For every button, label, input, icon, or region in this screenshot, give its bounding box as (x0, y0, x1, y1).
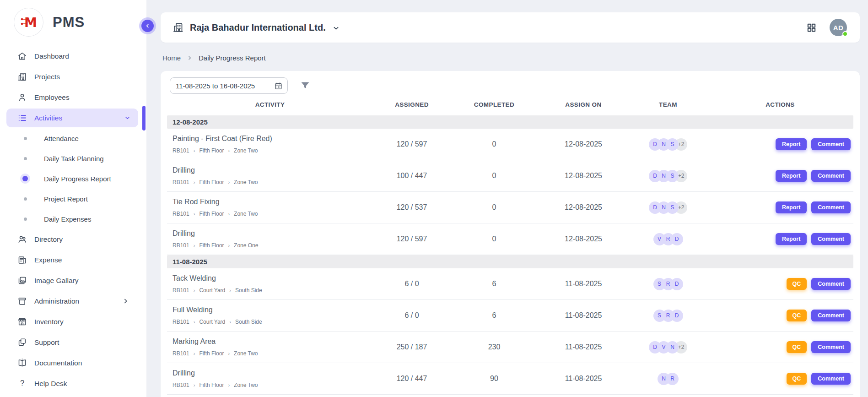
completed-value: 230 (451, 343, 538, 351)
filter-row: 11-08-2025 to 16-08-2025 (170, 77, 853, 94)
qc-button[interactable]: QC (787, 278, 807, 290)
archive-icon (17, 296, 27, 306)
comment-button[interactable]: Comment (811, 170, 851, 182)
report-button[interactable]: Report (776, 170, 807, 182)
sidebar-item-inventory[interactable]: Inventory (0, 311, 146, 332)
completed-value: 0 (451, 172, 538, 180)
sidebar-subitem-attendance[interactable]: Attendance (0, 128, 146, 148)
sidebar-item-projects[interactable]: Projects (0, 66, 146, 87)
team-avatar[interactable]: S (653, 278, 666, 290)
header-right: AD (806, 19, 847, 36)
comment-button[interactable]: Comment (811, 341, 851, 353)
path-separator-icon: › (194, 288, 195, 293)
comment-button[interactable]: Comment (811, 310, 851, 321)
report-button[interactable]: Report (776, 138, 807, 150)
comment-button[interactable]: Comment (811, 373, 851, 385)
team-avatars: DNS+2 (629, 138, 707, 151)
path-segment: Fifth Floor (199, 211, 224, 217)
report-button[interactable]: Report (776, 233, 807, 245)
comment-button[interactable]: Comment (811, 278, 851, 290)
filter-funnel-icon[interactable] (300, 80, 311, 91)
sidebar-item-employees[interactable]: Employees (0, 87, 146, 108)
apps-grid-icon[interactable] (806, 22, 817, 33)
team-avatar[interactable]: V (653, 233, 666, 245)
activity-title: Marking Area (173, 337, 373, 346)
path-segment: RB101 (173, 147, 189, 154)
completed-value: 6 (451, 280, 538, 288)
comment-button[interactable]: Comment (811, 233, 851, 245)
row-actions: QCComment (707, 341, 853, 353)
qc-button[interactable]: QC (787, 310, 807, 321)
path-separator-icon: › (228, 211, 230, 217)
sidebar-item-administration[interactable]: Administration (0, 291, 146, 311)
date-range-input[interactable]: 11-08-2025 to 16-08-2025 (170, 77, 288, 94)
path-segment: Zone Two (234, 382, 258, 388)
qc-button[interactable]: QC (787, 341, 807, 353)
sidebar-item-help-desk[interactable]: ? Help Desk (0, 373, 146, 394)
path-segment: RB101 (173, 350, 189, 357)
assign-on-value: 12-08-2025 (538, 140, 629, 148)
path-segment: RB101 (173, 382, 189, 388)
row-actions: QCComment (707, 373, 853, 385)
path-separator-icon: › (228, 382, 230, 388)
team-avatar[interactable]: D (649, 170, 661, 182)
activity-path: RB101›Court Yard›South Side (173, 319, 373, 325)
sidebar-item-label: Help Desk (34, 380, 67, 388)
sidebar-item-support[interactable]: Support (0, 332, 146, 353)
sidebar-item-label: Administration (34, 297, 79, 305)
date-group-header: 11-08-2025 (167, 255, 853, 268)
sidebar-collapse-button[interactable] (141, 20, 154, 32)
sidebar-item-label: Activities (34, 114, 62, 122)
path-segment: RB101 (173, 242, 189, 249)
sidebar-subitem-project-report[interactable]: Project Report (0, 189, 146, 209)
company-selector[interactable]: Raja Bahadur International Ltd. (173, 22, 340, 33)
path-separator-icon: › (194, 319, 195, 325)
sidebar-item-directory[interactable]: Directory (0, 229, 146, 250)
breadcrumb-item-home[interactable]: Home (162, 54, 181, 62)
path-segment: Zone Two (234, 147, 258, 154)
user-avatar[interactable]: AD (830, 19, 847, 36)
team-avatar[interactable]: D (649, 138, 661, 151)
activity-cell: Painting - First Coat (Fire Red) RB101›F… (167, 135, 373, 154)
team-avatar[interactable]: S (653, 310, 666, 322)
comment-button[interactable]: Comment (811, 201, 851, 213)
sidebar: M PMS Dashboard Projects Employees Activ… (0, 0, 146, 397)
report-button[interactable]: Report (776, 201, 807, 213)
activity-cell: Full Welding RB101›Court Yard›South Side (167, 306, 373, 325)
sidebar-subitem-daily-expenses[interactable]: Daily Expenses (0, 209, 146, 229)
column-header-actions: ACTIONS (707, 101, 853, 115)
sidebar-item-documentation[interactable]: Documentation (0, 353, 146, 373)
gallery-icon (17, 276, 27, 285)
sidebar-subitem-daily-task-planning[interactable]: Daily Task Planning (0, 148, 146, 169)
activity-title: Drilling (173, 166, 373, 174)
sidebar-item-expense[interactable]: Expense (0, 250, 146, 270)
qc-button[interactable]: QC (787, 373, 807, 385)
breadcrumb-item-daily-progress-report: Daily Progress Report (199, 54, 266, 62)
path-segment: Court Yard (199, 287, 225, 294)
sidebar-subitem-daily-progress-report[interactable]: Daily Progress Report (0, 169, 146, 189)
table-row: Tack Welding RB101›Court Yard›South Side… (167, 268, 853, 300)
activity-cell: Drilling RB101›Fifth Floor›Zone One (167, 229, 373, 249)
bullet-icon (22, 176, 28, 181)
completed-value: 0 (451, 203, 538, 212)
path-segment: South Side (235, 287, 262, 294)
assigned-value: 100 / 447 (373, 172, 451, 180)
assign-on-value: 12-08-2025 (538, 172, 629, 180)
assigned-value: 6 / 0 (373, 311, 451, 320)
building-icon (173, 22, 183, 33)
sidebar-nav: Dashboard Projects Employees Activities … (0, 46, 146, 394)
team-avatars: SRD (629, 278, 707, 290)
team-avatar[interactable]: D (649, 201, 661, 214)
bullet-icon (22, 137, 28, 140)
sidebar-item-dashboard[interactable]: Dashboard (0, 46, 146, 66)
team-avatar[interactable]: D (649, 341, 661, 353)
assigned-value: 120 / 537 (373, 203, 451, 212)
comment-button[interactable]: Comment (811, 138, 851, 150)
sidebar-item-activities[interactable]: Activities (6, 109, 138, 127)
path-separator-icon: › (194, 148, 195, 153)
home-icon (17, 51, 27, 61)
team-avatar[interactable]: N (658, 373, 670, 385)
sidebar-item-image-gallary[interactable]: Image Gallary (0, 270, 146, 291)
team-avatars: NR (629, 373, 707, 385)
date-range-value: 11-08-2025 to 16-08-2025 (176, 82, 270, 90)
